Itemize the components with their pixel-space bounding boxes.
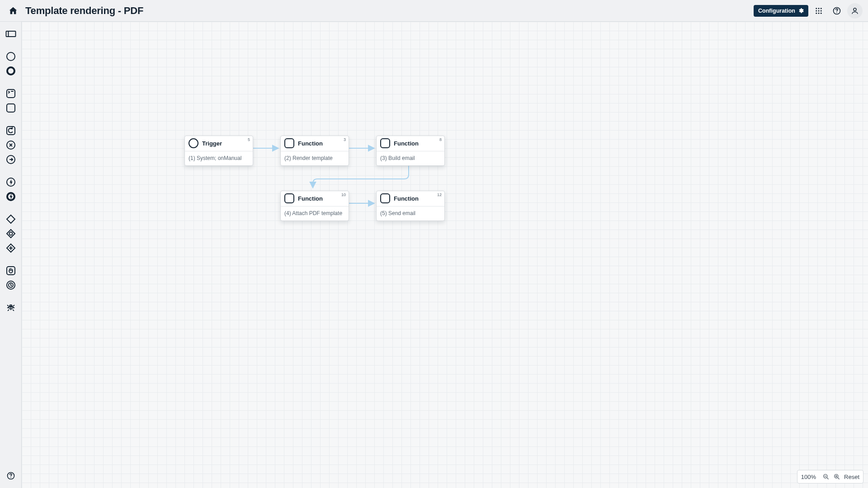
workflow-canvas[interactable]: Trigger 5 (1) System; onManual Function … (22, 22, 868, 488)
diamond-icon (6, 214, 16, 224)
circle-arrow-icon (6, 155, 16, 164)
tool-end-event[interactable] (5, 65, 17, 77)
rounded-square-icon (6, 103, 16, 113)
svg-rect-16 (7, 89, 15, 98)
page-title: Template rendering - PDF (25, 5, 754, 17)
tool-swimlane[interactable] (5, 28, 17, 40)
svg-point-3 (816, 10, 817, 11)
header-actions: Configuration (754, 3, 863, 19)
svg-point-15 (7, 67, 14, 75)
node-render-template[interactable]: Function 3 (2) Render template (280, 136, 349, 166)
svg-point-14 (7, 52, 15, 61)
svg-point-8 (821, 12, 822, 14)
rounded-square-hand-icon (6, 266, 16, 276)
apps-grid-icon (815, 7, 823, 15)
function-node-icon (284, 138, 294, 148)
svg-point-11 (854, 8, 856, 11)
apps-button[interactable] (811, 3, 826, 19)
node-title: Function (394, 140, 419, 147)
home-button[interactable] (7, 5, 19, 17)
node-badge: 5 (248, 137, 250, 142)
node-description: (5) Send email (377, 206, 444, 221)
diamond-circle-icon (6, 229, 16, 239)
tool-expression[interactable] (5, 88, 17, 99)
swimlane-icon (5, 30, 16, 38)
diamond-plus-icon (6, 243, 16, 253)
node-description: (2) Render template (281, 151, 349, 165)
zoom-reset-button[interactable]: Reset (844, 474, 859, 480)
svg-point-10 (836, 12, 837, 13)
node-title: Function (298, 140, 323, 147)
circle-icon (6, 52, 16, 61)
circle-clock-icon (6, 280, 16, 290)
zoom-value: 100% (801, 474, 816, 480)
tool-start-event[interactable] (5, 51, 17, 62)
help-circle-icon (832, 6, 841, 15)
connectors (22, 22, 868, 488)
tool-gateway-inclusive[interactable] (5, 228, 17, 239)
node-badge: 12 (437, 192, 442, 197)
trigger-node-icon (189, 138, 198, 148)
node-badge: 10 (341, 192, 346, 197)
configuration-label: Configuration (758, 8, 795, 14)
gear-icon (798, 8, 804, 14)
svg-point-5 (821, 10, 822, 11)
tool-iterator[interactable] (5, 125, 17, 136)
svg-rect-12 (6, 31, 15, 37)
help-circle-icon (6, 471, 15, 480)
bug-icon (6, 303, 16, 313)
svg-point-1 (818, 8, 820, 9)
svg-point-23 (9, 232, 12, 235)
node-description: (4) Attach PDF template (281, 206, 349, 221)
tool-gateway-parallel[interactable] (5, 242, 17, 254)
svg-point-7 (818, 12, 820, 14)
tool-error[interactable] (5, 191, 17, 202)
svg-point-4 (818, 10, 820, 11)
svg-point-6 (816, 12, 817, 14)
tool-gateway-exclusive[interactable] (5, 213, 17, 225)
rounded-square-tag-icon (6, 89, 16, 99)
node-description: (1) System; onManual (185, 151, 253, 165)
zoom-out-icon (823, 474, 829, 480)
tool-debug[interactable] (5, 302, 17, 314)
header-help-button[interactable] (829, 3, 844, 19)
toolbox-help-button[interactable] (5, 470, 17, 482)
zoom-in-button[interactable] (833, 473, 840, 480)
node-attach-pdf[interactable]: Function 10 (4) Attach PDF template (280, 191, 349, 221)
svg-point-28 (10, 477, 11, 478)
node-badge: 8 (439, 137, 442, 142)
node-title: Function (298, 195, 323, 202)
circle-bold-icon (6, 66, 16, 76)
node-title: Function (394, 195, 419, 202)
tool-break[interactable] (5, 139, 17, 151)
node-build-email[interactable]: Function 8 (3) Build email (376, 136, 445, 166)
tool-prompt[interactable] (5, 265, 17, 277)
svg-rect-17 (7, 104, 15, 112)
home-icon (8, 6, 18, 16)
function-node-icon (380, 193, 390, 203)
node-send-email[interactable]: Function 12 (5) Send email (376, 191, 445, 221)
app-header: Template rendering - PDF Configuration (0, 0, 868, 22)
tool-delay[interactable] (5, 279, 17, 291)
tool-error-handler[interactable] (5, 176, 17, 188)
node-badge: 3 (344, 137, 346, 142)
svg-point-2 (821, 8, 822, 9)
node-trigger[interactable]: Trigger 5 (1) System; onManual (184, 136, 253, 166)
svg-point-0 (816, 8, 817, 9)
function-node-icon (380, 138, 390, 148)
toolbox (0, 22, 22, 488)
node-description: (3) Build email (377, 151, 444, 165)
loop-icon (6, 126, 16, 136)
zoom-in-icon (834, 474, 840, 480)
tool-continue[interactable] (5, 154, 17, 165)
function-node-icon (284, 193, 294, 203)
circle-bolt-bold-icon (6, 192, 16, 202)
configuration-button[interactable]: Configuration (754, 5, 808, 17)
node-title: Trigger (202, 140, 222, 147)
circle-bolt-icon (6, 177, 16, 187)
tool-function[interactable] (5, 102, 17, 114)
circle-x-icon (6, 140, 16, 150)
zoom-out-button[interactable] (822, 473, 830, 480)
svg-rect-18 (7, 127, 15, 135)
user-menu-button[interactable] (847, 3, 863, 19)
